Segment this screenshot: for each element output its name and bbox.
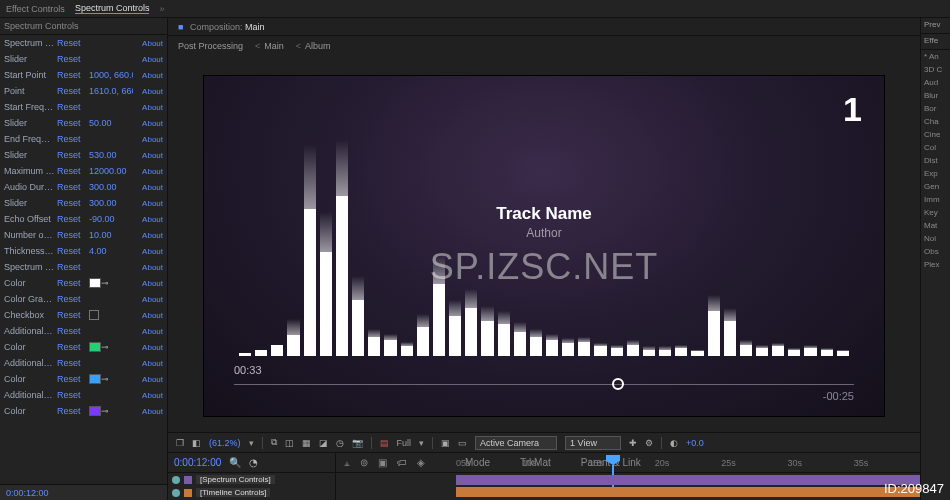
eyedropper-icon[interactable]: ⊸: [101, 374, 113, 384]
reset-link[interactable]: Reset: [57, 262, 87, 272]
property-value[interactable]: ⊸: [89, 278, 133, 289]
reset-link[interactable]: Reset: [57, 230, 87, 240]
reset-link[interactable]: Reset: [57, 166, 87, 176]
property-value[interactable]: 300.00: [89, 182, 133, 192]
reset-link[interactable]: Reset: [57, 246, 87, 256]
property-value[interactable]: 1000, 660.0: [89, 70, 133, 80]
about-link[interactable]: About: [135, 327, 163, 336]
effects-category[interactable]: Cha: [921, 115, 950, 128]
reset-link[interactable]: Reset: [57, 406, 87, 416]
zoom-dropdown-icon[interactable]: ▾: [249, 438, 254, 448]
about-link[interactable]: About: [135, 199, 163, 208]
property-value[interactable]: 50.00: [89, 118, 133, 128]
effects-category[interactable]: Dist: [921, 154, 950, 167]
frame-back-icon[interactable]: ⧉: [271, 437, 277, 448]
effects-category[interactable]: Mat: [921, 219, 950, 232]
marker-icon[interactable]: ◈: [417, 457, 425, 468]
timeline-timecode[interactable]: 0:00:12:00: [174, 457, 221, 468]
reset-link[interactable]: Reset: [57, 134, 87, 144]
shy-icon[interactable]: ◔: [249, 457, 258, 468]
layer-bar[interactable]: [456, 487, 920, 497]
preview-header[interactable]: Prev: [921, 18, 950, 34]
effects-category[interactable]: Key: [921, 206, 950, 219]
property-value[interactable]: 12000.00: [89, 166, 133, 176]
about-link[interactable]: About: [135, 375, 163, 384]
visibility-icon[interactable]: [172, 476, 180, 484]
clock-icon[interactable]: ◷: [336, 438, 344, 448]
mask-toggle-icon[interactable]: ◪: [319, 438, 328, 448]
eyedropper-icon[interactable]: ⊸: [101, 342, 113, 352]
reset-link[interactable]: Reset: [57, 374, 87, 384]
property-value[interactable]: 300.00: [89, 198, 133, 208]
breadcrumb-item[interactable]: Post Processing: [178, 41, 243, 51]
reset-link[interactable]: Reset: [57, 310, 87, 320]
layer-name[interactable]: [Timeline Controls]: [196, 488, 270, 497]
reset-link[interactable]: Reset: [57, 278, 87, 288]
mask-icon[interactable]: ❐: [176, 438, 184, 448]
reset-link[interactable]: Reset: [57, 70, 87, 80]
time-ruler[interactable]: 05s10s15s20s25s30s35s: [456, 453, 920, 473]
about-link[interactable]: About: [135, 391, 163, 400]
effects-category[interactable]: Bor: [921, 102, 950, 115]
about-link[interactable]: About: [135, 359, 163, 368]
reset-link[interactable]: Reset: [57, 102, 87, 112]
property-value[interactable]: 10.00: [89, 230, 133, 240]
checkbox[interactable]: [89, 310, 99, 320]
color-swatch[interactable]: [89, 342, 101, 352]
reset-link[interactable]: Reset: [57, 214, 87, 224]
about-link[interactable]: About: [135, 71, 163, 80]
property-value[interactable]: ⊸: [89, 374, 133, 385]
reset-link[interactable]: Reset: [57, 182, 87, 192]
effects-category[interactable]: Noi: [921, 232, 950, 245]
camera-icon[interactable]: 📷: [352, 438, 363, 448]
active-camera-select[interactable]: [475, 436, 557, 450]
exposure-value[interactable]: +0.0: [686, 438, 704, 448]
zoom-level[interactable]: (61.2%): [209, 438, 241, 448]
effects-category[interactable]: Aud: [921, 76, 950, 89]
about-link[interactable]: About: [135, 183, 163, 192]
effects-category[interactable]: Obs: [921, 245, 950, 258]
about-link[interactable]: About: [135, 311, 163, 320]
about-link[interactable]: About: [135, 119, 163, 128]
breadcrumb-item[interactable]: <Album: [296, 41, 331, 51]
guides-icon[interactable]: ▦: [302, 438, 311, 448]
about-link[interactable]: About: [135, 343, 163, 352]
about-link[interactable]: About: [135, 231, 163, 240]
layer-row[interactable]: [Spectrum Controls]: [168, 473, 335, 486]
reset-link[interactable]: Reset: [57, 358, 87, 368]
reset-link[interactable]: Reset: [57, 86, 87, 96]
about-link[interactable]: About: [135, 39, 163, 48]
frame-blend-icon[interactable]: ▣: [378, 457, 387, 468]
property-value[interactable]: [89, 310, 133, 321]
property-value[interactable]: 4.00: [89, 246, 133, 256]
property-value[interactable]: ⊸: [89, 342, 133, 353]
reset-link[interactable]: Reset: [57, 198, 87, 208]
tab-menu-icon[interactable]: »: [159, 4, 164, 14]
tag-icon[interactable]: 🏷: [397, 457, 407, 468]
snapshot-icon[interactable]: ◧: [192, 438, 201, 448]
eyedropper-icon[interactable]: ⊸: [101, 406, 113, 416]
about-link[interactable]: About: [135, 55, 163, 64]
viewmode-icon[interactable]: ▭: [458, 438, 467, 448]
effects-category[interactable]: Col: [921, 141, 950, 154]
reset-link[interactable]: Reset: [57, 54, 87, 64]
about-link[interactable]: About: [135, 103, 163, 112]
about-link[interactable]: About: [135, 215, 163, 224]
reset-link[interactable]: Reset: [57, 150, 87, 160]
tab-spectrum-controls[interactable]: Spectrum Controls: [75, 3, 150, 14]
layer-name[interactable]: [Spectrum Controls]: [196, 475, 275, 484]
reset-link[interactable]: Reset: [57, 294, 87, 304]
about-link[interactable]: About: [135, 279, 163, 288]
effects-header[interactable]: Effe: [921, 34, 950, 50]
effects-category[interactable]: Exp: [921, 167, 950, 180]
effects-category[interactable]: Gen: [921, 180, 950, 193]
tab-effect-controls[interactable]: Effect Controls: [6, 4, 65, 14]
effects-category[interactable]: Cine: [921, 128, 950, 141]
effects-category[interactable]: Plex: [921, 258, 950, 271]
effects-category[interactable]: Imm: [921, 193, 950, 206]
property-value[interactable]: 530.00: [89, 150, 133, 160]
effects-category[interactable]: 3D C: [921, 63, 950, 76]
property-value[interactable]: ⊸: [89, 406, 133, 417]
reset-link[interactable]: Reset: [57, 390, 87, 400]
color-swatch[interactable]: [89, 406, 101, 416]
